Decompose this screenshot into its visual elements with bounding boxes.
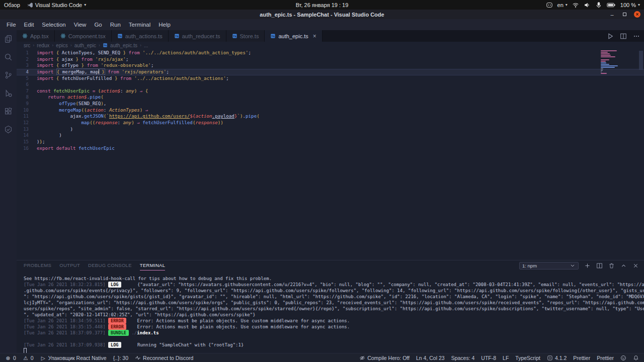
terminal-line[interactable]: [Tue Jan 26 2021 18:34:59.511] ERROR Err… [24, 318, 644, 324]
code-line[interactable]: 15)}; [17, 139, 644, 145]
menu-item-help[interactable]: Help [154, 21, 175, 29]
terminal-line[interactable]: [Tue Jan 26 2021 18:35:15.448] ERROR Err… [24, 324, 644, 330]
close-tab-icon[interactable]: × [313, 33, 316, 40]
discord-indicator-icon[interactable] [546, 2, 553, 9]
terminal-line[interactable]: ", "updated_at": "2020-12-14T12:02:25Z",… [24, 312, 644, 318]
run-and-debug-icon[interactable] [4, 89, 13, 98]
volume-icon[interactable] [584, 2, 591, 9]
split-terminal-button[interactable] [596, 262, 603, 269]
panel-tab-terminal[interactable]: TERMINAL [140, 260, 165, 270]
terminal-line[interactable]: .github.com/users/spike/events{/privacy}… [24, 288, 644, 294]
errors-count[interactable]: ⊗0 [5, 355, 16, 361]
more-actions-button[interactable] [633, 33, 640, 40]
terminal-line[interactable] [24, 336, 644, 342]
warnings-count[interactable]: ⚠0 [23, 355, 34, 361]
wifi-icon[interactable] [572, 2, 579, 9]
indentation[interactable]: Spaces: 4 [451, 355, 475, 361]
code-line[interactable]: 10 mergeMap((action: ActionTypes) ⇒ [17, 107, 644, 114]
react-native-packager[interactable]: ▷Упаковщик React Native [40, 355, 107, 361]
terminal-line[interactable]: [Tue Jan 26 2021 18:32:23.815] LOG {"ava… [24, 282, 644, 288]
code-line[interactable]: 2import { ajax } from 'rxjs/ajax'; [17, 56, 644, 63]
code-line[interactable]: 16export default fetchUserEpic [17, 145, 644, 152]
tab-app-tsx[interactable]: App.tsx [17, 30, 55, 42]
breadcrumb-item[interactable]: auth_epic.ts [110, 43, 137, 48]
bracket-counter[interactable]: {..}: 30 [113, 355, 128, 361]
new-terminal-button[interactable] [584, 262, 591, 269]
feedback-button[interactable] [620, 355, 626, 361]
tab-auth_epic-ts[interactable]: TSauth_epic.ts× [265, 30, 322, 42]
menu-item-edit[interactable]: Edit [20, 21, 38, 29]
terminal-line[interactable]: [Tue Jan 26 2021 18:37:09.377] BUNDLE ./… [24, 330, 644, 336]
encoding[interactable]: UTF-8 [481, 355, 496, 361]
tab-auth_actions-ts[interactable]: TSauth_actions.ts [112, 30, 169, 42]
terminal-line[interactable]: lcjIyMTY=", "organizations_url": "https:… [24, 300, 644, 306]
tab-auth_reducer-ts[interactable]: TSauth_reducer.ts [169, 30, 226, 42]
organization-icon[interactable] [4, 125, 13, 134]
code-line[interactable]: 7const fetchUserEpic = (action$: any) ⇒ … [17, 88, 644, 95]
panel-tab-problems[interactable]: PROBLEMS [24, 260, 51, 270]
code-line[interactable]: 9 ofType(SEND_REQ), [17, 101, 644, 107]
code-line[interactable]: 11 ajax.getJSON(`https://api.github.com/… [17, 113, 644, 120]
terminal-line[interactable] [24, 348, 644, 353]
keyboard-layout-indicator[interactable]: en ▾ [557, 2, 568, 8]
search-icon[interactable] [4, 53, 13, 61]
menu-item-view[interactable]: View [70, 21, 91, 29]
breadcrumb-item[interactable]: auth_epic [74, 43, 96, 48]
split-editor-button[interactable] [620, 33, 627, 40]
run-file-button[interactable] [607, 33, 614, 40]
prettier-status-2[interactable]: Prettier [597, 355, 614, 361]
discord-reconnect[interactable]: Reconnect to Discord [135, 355, 193, 361]
extensions-icon[interactable] [4, 107, 13, 116]
breadcrumb-item[interactable]: src [24, 43, 30, 48]
minimap[interactable] [601, 50, 637, 74]
close-button[interactable]: × [634, 11, 640, 18]
activities-button[interactable]: Обзор [4, 2, 20, 8]
code-editor[interactable]: 1import { ActionTypes, SEND_REQ } from '… [17, 49, 644, 260]
menu-item-run[interactable]: Run [106, 21, 125, 29]
code-line[interactable]: 14 ) [17, 132, 644, 139]
close-panel-button[interactable] [632, 262, 639, 269]
code-line[interactable]: 5import { fetchUserFulfilled } from '../… [17, 75, 644, 82]
window-titlebar[interactable]: auth_epic.ts - SampleChat - Visual Studi… [0, 10, 644, 19]
breadcrumb[interactable]: src›redux›epics›auth_epic›TSauth_epic.ts… [17, 42, 644, 49]
typescript-version[interactable]: 4.1.2 [547, 355, 567, 361]
terminal-line[interactable]: users/spike/repos", "site_admin": false,… [24, 306, 644, 312]
menu-item-go[interactable]: Go [90, 21, 106, 29]
breadcrumb-item[interactable]: redux [37, 43, 49, 48]
prettier-status[interactable]: Prettier [573, 355, 590, 361]
terminal-line[interactable]: [Tue Jan 26 2021 18:37:09.938] LOG Runni… [24, 342, 644, 348]
restore-button[interactable] [621, 11, 628, 18]
notifications-bell[interactable] [633, 355, 639, 361]
maximize-panel-button[interactable] [620, 262, 627, 269]
code-line[interactable]: 3import { ofType } from 'redux-observabl… [17, 62, 644, 69]
tab-component-tsx[interactable]: Component.tsx [55, 30, 112, 42]
terminal-output[interactable]: See https://fb.me/react-invalid-hook-cal… [17, 270, 644, 353]
menu-item-selection[interactable]: Selection [38, 21, 69, 29]
source-control-icon[interactable] [4, 71, 13, 79]
terminal-line[interactable]: See https://fb.me/react-invalid-hook-cal… [24, 276, 644, 282]
code-line[interactable]: 12 map((response: any) ⇒ fetchUserFulfil… [17, 120, 644, 126]
explorer-icon[interactable] [4, 35, 13, 43]
panel-tab-output[interactable]: OUTPUT [59, 260, 80, 270]
breadcrumb-item[interactable]: ... [144, 43, 148, 48]
code-line[interactable]: 1import { ActionTypes, SEND_REQ } from '… [17, 50, 644, 56]
panel-tab-debug-console[interactable]: DEBUG CONSOLE [88, 260, 132, 270]
battery-percent[interactable]: 100 % ▾ [620, 2, 640, 8]
app-menu-button[interactable]: Visual Studio Code ▾ [27, 2, 86, 8]
microphone-icon[interactable] [595, 2, 602, 9]
code-line[interactable]: 6 [17, 81, 644, 88]
cursor-position[interactable]: Ln 4, Col 23 [416, 355, 445, 361]
breadcrumb-item[interactable]: epics [56, 43, 67, 48]
kill-terminal-button[interactable] [608, 262, 615, 269]
code-line[interactable]: 13 ) [17, 126, 644, 133]
code-line[interactable]: 8 return action$.pipe( [17, 94, 644, 101]
language-mode[interactable]: TypeScript [515, 355, 540, 361]
tab-store-ts[interactable]: TSStore.ts [226, 30, 265, 42]
terminal-line[interactable]: ": "https://api.github.com/users/spike/g… [24, 294, 644, 300]
menu-item-file[interactable]: File [3, 21, 20, 29]
code-line[interactable]: 4import { mergeMap, map } from 'rxjs/ope… [17, 69, 644, 75]
eol-indicator[interactable]: LF [503, 355, 509, 361]
terminal-picker[interactable]: 1: npm [519, 262, 579, 269]
compile-hero[interactable]: Compile Hero: Off [359, 355, 410, 361]
editor-scrollbar[interactable] [639, 51, 643, 70]
